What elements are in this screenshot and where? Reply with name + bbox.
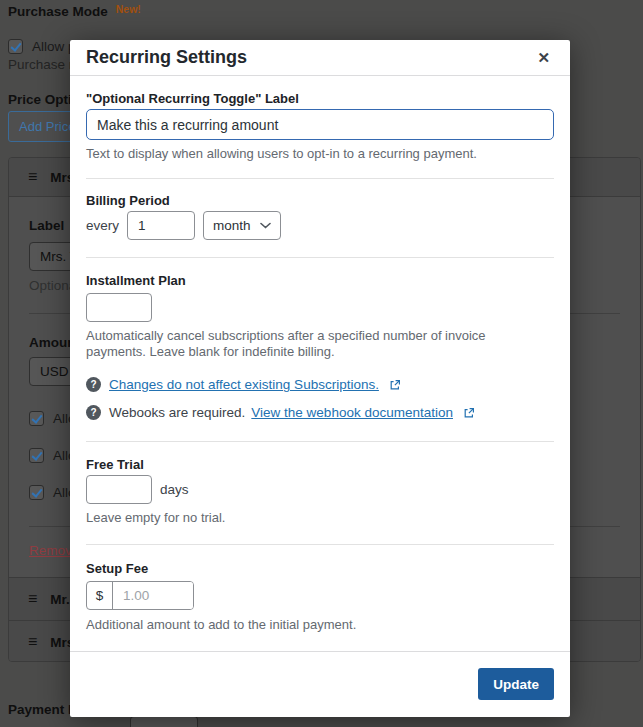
close-icon[interactable]: ✕ <box>533 47 554 69</box>
free-trial-help: Leave empty for no trial. <box>86 511 534 525</box>
setup-fee-label: Setup Fee <box>86 562 554 576</box>
installment-plan-input[interactable] <box>86 293 152 322</box>
drag-handle-icon[interactable]: ≡ <box>28 590 37 608</box>
drag-handle-icon[interactable]: ≡ <box>28 633 37 651</box>
new-badge: New! <box>116 3 141 15</box>
toggle-label-field-label: "Optional Recurring Toggle" Label <box>86 92 554 106</box>
setup-fee-group: $ <box>86 581 194 610</box>
purchase-mode-heading-text: Purchase Mode <box>8 4 108 19</box>
help-icon: ? <box>86 377 101 392</box>
external-link-icon <box>389 379 401 391</box>
section-divider <box>86 178 554 179</box>
purchase-mode-heading: Purchase ModeNew! <box>8 4 141 19</box>
drag-handle-icon[interactable]: ≡ <box>28 168 37 186</box>
installment-plan-help: Automatically cancel subscriptions after… <box>86 328 534 360</box>
webhooks-note-row: ? Webooks are required. View the webhook… <box>86 405 554 420</box>
billing-period-label: Billing Period <box>86 194 554 208</box>
billing-interval-input[interactable] <box>127 211 195 240</box>
label-heading: Label <box>29 218 64 233</box>
setup-fee-input[interactable] <box>113 582 193 609</box>
subscriptions-note-link[interactable]: Changes do not affect existing Subscript… <box>109 377 379 392</box>
help-icon: ? <box>86 405 101 420</box>
checkbox-checked-icon[interactable] <box>29 485 44 500</box>
installment-plan-label: Installment Plan <box>86 274 554 288</box>
subscriptions-note-row: ? Changes do not affect existing Subscri… <box>86 377 554 392</box>
billing-period-row: every month <box>86 211 554 240</box>
checkbox-checked-icon[interactable] <box>8 39 23 54</box>
currency-symbol: $ <box>87 582 113 609</box>
setup-fee-help: Additional amount to add to the initial … <box>86 618 534 632</box>
billing-period-select[interactable]: month <box>203 211 281 240</box>
toggle-label-input[interactable] <box>86 109 554 140</box>
checkbox-checked-icon[interactable] <box>29 448 44 463</box>
section-divider <box>86 257 554 258</box>
webhooks-note-text: Webooks are required. <box>109 405 245 420</box>
update-button[interactable]: Update <box>478 668 554 700</box>
checkbox-checked-icon[interactable] <box>29 411 44 426</box>
toggle-label-help: Text to display when allowing users to o… <box>86 147 534 161</box>
modal-footer: Update <box>70 651 570 717</box>
modal-title: Recurring Settings <box>86 47 533 68</box>
free-trial-unit: days <box>160 482 189 497</box>
free-trial-label: Free Trial <box>86 458 554 472</box>
webhooks-note-link[interactable]: View the webhook documentation <box>251 405 453 420</box>
recurring-settings-modal: Recurring Settings ✕ "Optional Recurring… <box>70 40 570 717</box>
payment-heading: Payment M <box>8 702 79 717</box>
payment-control-box <box>130 716 198 727</box>
section-divider <box>86 544 554 545</box>
free-trial-input[interactable] <box>86 475 152 504</box>
modal-body: "Optional Recurring Toggle" Label Text t… <box>70 76 570 651</box>
billing-every-text: every <box>86 218 119 233</box>
section-divider <box>86 441 554 442</box>
modal-header: Recurring Settings ✕ <box>70 40 570 76</box>
price-row-label: Mr. <box>50 592 70 607</box>
external-link-icon <box>463 407 475 419</box>
chevron-down-icon <box>260 222 271 229</box>
page: Purchase ModeNew! Allow purchasing multi… <box>0 0 643 727</box>
billing-period-value: month <box>213 218 251 233</box>
free-trial-row: days <box>86 475 554 504</box>
